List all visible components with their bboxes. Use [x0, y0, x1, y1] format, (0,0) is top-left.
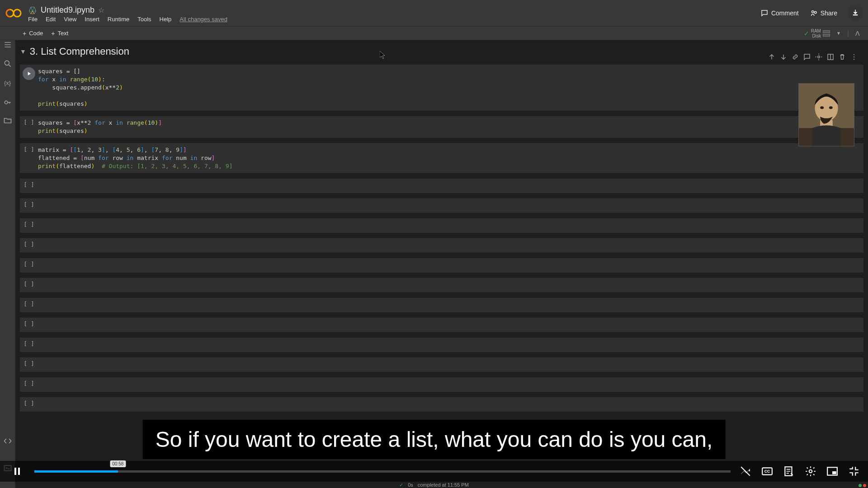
- pip-icon[interactable]: [826, 465, 838, 477]
- delete-cell-icon[interactable]: [838, 53, 846, 61]
- disk-label: Disk: [811, 33, 821, 38]
- plus-icon: +: [23, 30, 26, 37]
- code-cell[interactable]: squares = [] for x in range(10): squares…: [20, 65, 863, 111]
- cell-settings-icon[interactable]: [815, 53, 823, 61]
- code-cell[interactable]: [ ]squares = [x**2 for x in range(10)] p…: [20, 116, 863, 138]
- cell-bracket: [ ]: [24, 241, 34, 248]
- code-editor[interactable]: squares = [x**2 for x in range(10)] prin…: [38, 116, 863, 138]
- code-cell[interactable]: [ ]: [20, 198, 863, 213]
- comment-label: Comment: [771, 9, 799, 17]
- svg-point-5: [5, 61, 9, 65]
- code-editor[interactable]: [38, 338, 863, 352]
- code-editor[interactable]: [38, 397, 863, 412]
- code-cell[interactable]: [ ]: [20, 258, 863, 272]
- link-icon[interactable]: [791, 53, 799, 61]
- annotations-icon[interactable]: [740, 465, 751, 477]
- code-editor[interactable]: [38, 218, 863, 233]
- code-editor[interactable]: [38, 318, 863, 332]
- code-editor[interactable]: [38, 238, 863, 253]
- run-cell-button[interactable]: [23, 67, 35, 80]
- code-editor[interactable]: [38, 377, 863, 392]
- svg-point-8: [818, 56, 820, 58]
- code-cell[interactable]: [ ]matrix = [[1, 2, 3], [4, 5, 6], [7, 8…: [20, 143, 863, 173]
- section-collapse-icon[interactable]: ▼: [20, 48, 26, 55]
- search-icon[interactable]: [3, 59, 12, 68]
- comment-icon: [760, 9, 769, 17]
- code-editor[interactable]: squares = [] for x in range(10): squares…: [38, 65, 863, 111]
- more-icon[interactable]: [850, 53, 858, 61]
- code-snippets-icon[interactable]: [3, 436, 12, 446]
- collapse-header-icon[interactable]: ᐱ: [853, 30, 863, 37]
- code-editor[interactable]: [38, 298, 863, 312]
- captions-icon[interactable]: CC: [761, 465, 773, 477]
- progress-bar[interactable]: 00:58: [34, 470, 731, 473]
- star-icon[interactable]: ☆: [98, 6, 104, 14]
- code-cell[interactable]: [ ]: [20, 318, 863, 332]
- status-dot-green: [859, 484, 862, 487]
- code-cell[interactable]: [ ]: [20, 278, 863, 292]
- code-editor[interactable]: [38, 357, 863, 372]
- menu-insert[interactable]: Insert: [85, 16, 99, 23]
- cell-toolbar: [766, 52, 860, 62]
- code-cell[interactable]: [ ]: [20, 338, 863, 352]
- code-cell[interactable]: [ ]: [20, 357, 863, 372]
- cell-bracket: [ ]: [24, 281, 34, 287]
- cell-bracket: [ ]: [24, 340, 34, 347]
- settings-icon[interactable]: [805, 465, 816, 477]
- comment-button[interactable]: Comment: [760, 9, 799, 17]
- code-editor[interactable]: [38, 178, 863, 193]
- files-icon[interactable]: [3, 116, 12, 125]
- menu-runtime[interactable]: Runtime: [108, 16, 129, 23]
- code-cell[interactable]: [ ]: [20, 238, 863, 253]
- add-text-button[interactable]: + Text: [51, 30, 68, 37]
- share-icon: [810, 9, 818, 17]
- move-up-icon[interactable]: [768, 53, 776, 61]
- mirror-cell-icon[interactable]: [826, 53, 835, 61]
- cell-bracket: [ ]: [24, 146, 34, 153]
- code-editor[interactable]: matrix = [[1, 2, 3], [4, 5, 6], [7, 8, 9…: [38, 143, 863, 173]
- secrets-icon[interactable]: [3, 97, 12, 106]
- share-button[interactable]: Share: [810, 9, 837, 17]
- svg-point-24: [809, 470, 812, 473]
- resource-monitor[interactable]: ✓ RAM Disk: [804, 28, 830, 38]
- code-editor[interactable]: [38, 198, 863, 213]
- add-comment-icon[interactable]: [803, 53, 811, 61]
- fullscreen-exit-icon[interactable]: [848, 465, 860, 477]
- menu-help[interactable]: Help: [160, 16, 172, 23]
- add-text-label: Text: [57, 30, 68, 37]
- save-status[interactable]: All changes saved: [179, 16, 227, 23]
- check-icon: ✓: [804, 30, 809, 37]
- cell-bracket: [ ]: [24, 261, 34, 267]
- code-cell[interactable]: [ ]: [20, 377, 863, 392]
- transcript-icon[interactable]: [783, 465, 795, 477]
- cell-bracket: [ ]: [24, 400, 34, 407]
- cell-bracket: [ ]: [24, 360, 34, 367]
- status-check-icon: ✓: [399, 482, 403, 488]
- svg-point-12: [854, 59, 854, 60]
- resource-dropdown-icon[interactable]: ▼: [834, 31, 844, 36]
- progress-tooltip: 00:58: [110, 460, 126, 467]
- menu-view[interactable]: View: [64, 16, 76, 23]
- code-cell[interactable]: [ ]: [20, 218, 863, 233]
- add-code-button[interactable]: + Code: [23, 30, 43, 37]
- profile-badge[interactable]: [848, 6, 863, 20]
- variables-icon[interactable]: {x}: [3, 78, 12, 87]
- notebook-title[interactable]: Untitled9.ipynb: [41, 5, 94, 15]
- menu-tools[interactable]: Tools: [137, 16, 151, 23]
- toc-icon[interactable]: [3, 40, 12, 49]
- section-title: 3. List Comprehension: [30, 46, 129, 57]
- svg-point-6: [5, 101, 8, 104]
- code-editor[interactable]: [38, 278, 863, 292]
- code-cell[interactable]: [ ]: [20, 298, 863, 312]
- menu-file[interactable]: File: [28, 16, 38, 23]
- code-editor[interactable]: [38, 258, 863, 272]
- status-dot-red: [863, 484, 866, 487]
- status-time: 0s: [408, 482, 413, 488]
- menu-edit[interactable]: Edit: [46, 16, 56, 23]
- svg-rect-4: [853, 14, 858, 15]
- code-cell[interactable]: [ ]: [20, 397, 863, 412]
- pause-button[interactable]: [8, 462, 26, 480]
- move-down-icon[interactable]: [779, 53, 788, 61]
- code-cell[interactable]: [ ]: [20, 178, 863, 193]
- video-player-controls: 00:58 CC: [0, 461, 868, 482]
